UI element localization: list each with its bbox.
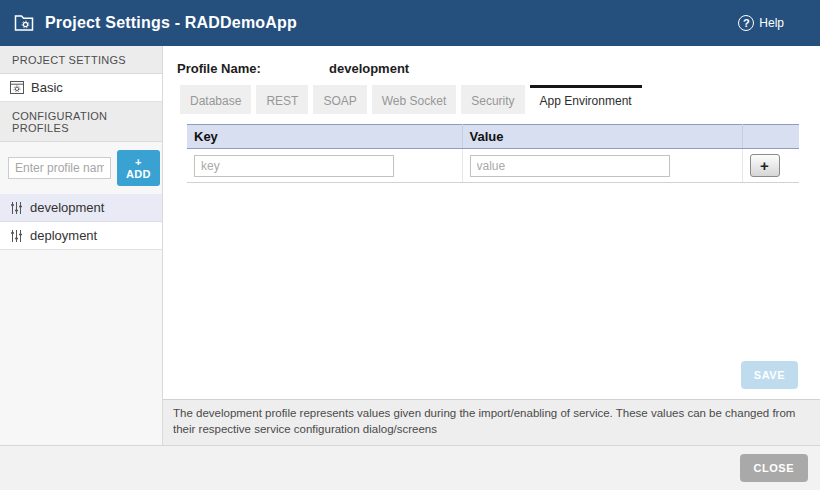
- close-button[interactable]: CLOSE: [740, 454, 808, 482]
- tab-database[interactable]: Database: [180, 85, 251, 114]
- tab-web-socket[interactable]: Web Socket: [372, 85, 456, 114]
- tab-rest[interactable]: REST: [256, 85, 308, 114]
- dialog-footer: CLOSE: [0, 445, 820, 490]
- env-properties-table: Key Value: [187, 124, 799, 183]
- add-profile-button[interactable]: + ADD: [117, 150, 160, 186]
- profile-name-input[interactable]: [8, 157, 111, 179]
- save-button[interactable]: SAVE: [741, 361, 798, 389]
- basic-settings-icon: [10, 81, 24, 94]
- tab-app-environment[interactable]: App Environment: [530, 85, 642, 114]
- project-settings-dialog: Project Settings - RADDemoApp ? Help PRO…: [0, 0, 820, 490]
- profile-name-label: Profile Name:: [177, 61, 329, 76]
- tab-security[interactable]: Security: [461, 85, 524, 114]
- sliders-icon: [10, 229, 23, 243]
- section-project-settings: PROJECT SETTINGS: [0, 46, 162, 74]
- value-input[interactable]: [470, 155, 670, 177]
- tab-bar: Database REST SOAP Web Socket Security A…: [180, 85, 820, 114]
- table-header-row: Key Value: [187, 125, 799, 149]
- actions-column-header: [742, 125, 799, 149]
- help-label: Help: [759, 16, 784, 30]
- tab-soap[interactable]: SOAP: [313, 85, 366, 114]
- table-row: +: [187, 149, 799, 183]
- sidebar-profile-development[interactable]: development: [0, 194, 162, 222]
- profile-description-note: The development profile represents value…: [163, 399, 820, 445]
- dialog-title: Project Settings - RADDemoApp: [45, 14, 297, 32]
- section-configuration-profiles: CONFIGURATION PROFILES: [0, 102, 162, 142]
- project-settings-icon: [14, 14, 36, 32]
- add-profile-row: + ADD: [0, 142, 162, 194]
- sidebar-item-basic[interactable]: Basic: [0, 74, 162, 102]
- add-row-button[interactable]: +: [750, 154, 780, 177]
- sidebar-profile-deployment[interactable]: deployment: [0, 222, 162, 250]
- app-environment-panel: Key Value: [163, 114, 820, 399]
- main-content: Profile Name: development Database REST …: [163, 46, 820, 445]
- profile-item-label: development: [30, 200, 104, 215]
- key-input[interactable]: [194, 155, 394, 177]
- dialog-body: PROJECT SETTINGS Basic CONFIGURATION PRO…: [0, 46, 820, 445]
- sidebar-item-label: Basic: [31, 80, 63, 95]
- profile-item-label: deployment: [30, 228, 97, 243]
- help-button[interactable]: ? Help: [738, 15, 784, 31]
- key-column-header: Key: [187, 125, 462, 149]
- sliders-icon: [10, 201, 23, 215]
- profile-name-row: Profile Name: development: [163, 46, 820, 85]
- help-icon: ?: [738, 15, 754, 31]
- sidebar: PROJECT SETTINGS Basic CONFIGURATION PRO…: [0, 46, 163, 445]
- title-bar: Project Settings - RADDemoApp ? Help: [0, 0, 820, 46]
- profile-name-value: development: [329, 61, 409, 76]
- value-column-header: Value: [462, 125, 742, 149]
